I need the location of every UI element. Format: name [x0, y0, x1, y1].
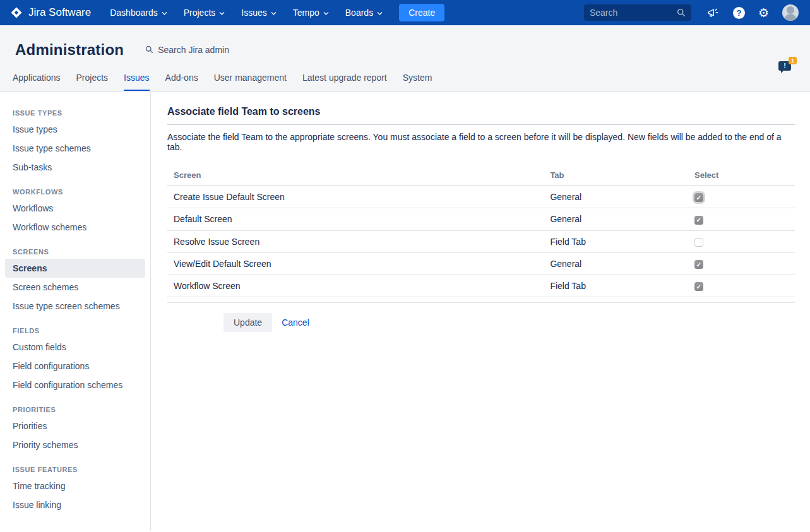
announcement-megaphone-icon[interactable] — [706, 6, 720, 19]
tab-add-ons[interactable]: Add-ons — [165, 66, 198, 91]
search-icon — [145, 45, 153, 54]
page-title: Administration — [15, 41, 124, 59]
tab-latest-upgrade-report[interactable]: Latest upgrade report — [302, 66, 387, 91]
select-checkbox[interactable] — [694, 238, 703, 247]
search-icon — [677, 8, 686, 17]
chevron-down-icon — [162, 11, 167, 16]
select-cell — [688, 186, 795, 208]
sidebar-item-screen-schemes[interactable]: Screen schemes — [0, 278, 150, 297]
chevron-down-icon — [271, 11, 277, 16]
sidebar-item-workflows[interactable]: Workflows — [0, 199, 150, 218]
sidebar-item-workflow-schemes[interactable]: Workflow schemes — [0, 218, 150, 237]
admin-tab-bar: ApplicationsProjectsIssuesAdd-onsUser ma… — [0, 66, 810, 91]
sidebar-section-header: SCREENS — [13, 248, 138, 256]
user-avatar[interactable] — [782, 4, 799, 21]
notification-bubble-tail — [781, 70, 784, 73]
cancel-link[interactable]: Cancel — [282, 317, 309, 328]
jira-diamond-icon — [10, 6, 23, 19]
nav-search-input[interactable]: Search — [584, 4, 691, 21]
nav-icon-group: ? ⚙ — [706, 4, 799, 21]
nav-item-label: Issues — [241, 8, 266, 18]
screen-name-cell: Resolve Issue Screen — [167, 230, 544, 252]
section-description: Associate the field Team to the appropri… — [167, 132, 795, 152]
tab-name-cell: General — [544, 208, 688, 230]
nav-item-projects[interactable]: Projects — [184, 8, 225, 18]
jira-logo[interactable]: Jira Software — [10, 6, 91, 19]
tab-name-cell: Field Tab — [544, 230, 688, 252]
create-button[interactable]: Create — [399, 4, 444, 21]
update-button[interactable]: Update — [223, 313, 272, 332]
sidebar-section-header: ISSUE TYPES — [13, 109, 138, 117]
screens-table-head: ScreenTabSelect — [167, 167, 795, 186]
sidebar-item-issue-types[interactable]: Issue types — [0, 120, 150, 139]
table-row: Default ScreenGeneral — [167, 208, 795, 230]
sidebar-item-priorities[interactable]: Priorities — [0, 417, 150, 435]
table-row: View/Edit Default ScreenGeneral — [167, 252, 795, 275]
column-header-screen: Screen — [167, 167, 544, 186]
form-actions: Update Cancel — [167, 313, 795, 332]
sidebar-item-priority-schemes[interactable]: Priority schemes — [0, 435, 150, 454]
sidebar-item-field-configuration-schemes[interactable]: Field configuration schemes — [0, 375, 150, 394]
admin-search-label: Search Jira admin — [158, 45, 229, 55]
tab-name-cell: Field Tab — [544, 275, 688, 297]
screen-name-cell: Create Issue Default Screen — [167, 186, 544, 208]
tab-system[interactable]: System — [403, 66, 432, 91]
sidebar-item-issue-linking[interactable]: Issue linking — [0, 495, 150, 514]
sidebar-section-header: FIELDS — [13, 327, 138, 334]
tab-name-cell: General — [544, 186, 688, 208]
table-row: Create Issue Default ScreenGeneral — [167, 186, 795, 208]
column-header-select: Select — [688, 167, 795, 186]
section-title: Associate field Team to screens — [167, 106, 795, 125]
sidebar-section-header: WORKFLOWS — [13, 188, 138, 196]
sidebar-item-issue-type-schemes[interactable]: Issue type schemes — [0, 139, 150, 158]
admin-sidebar: ISSUE TYPESIssue typesIssue type schemes… — [0, 92, 151, 531]
tab-projects[interactable]: Projects — [76, 66, 109, 91]
sidebar-section-header: ISSUE FEATURES — [13, 466, 138, 473]
screen-name-cell: Workflow Screen — [167, 275, 544, 297]
nav-search-placeholder: Search — [590, 8, 617, 18]
notification-badge: 1 — [789, 57, 797, 64]
select-checkbox[interactable] — [694, 282, 703, 291]
nav-item-label: Projects — [184, 8, 216, 18]
page-body: ISSUE TYPESIssue typesIssue type schemes… — [0, 92, 810, 531]
admin-search[interactable]: Search Jira admin — [145, 45, 229, 55]
chevron-down-icon — [219, 11, 225, 16]
select-checkbox[interactable] — [694, 216, 703, 225]
select-checkbox[interactable] — [694, 193, 703, 202]
gear-icon[interactable]: ⚙ — [758, 7, 769, 19]
admin-header-top: Administration Search Jira admin — [0, 25, 810, 66]
tab-name-cell: General — [544, 252, 688, 275]
table-row: Workflow ScreenField Tab — [167, 275, 795, 297]
nav-item-boards[interactable]: Boards — [345, 8, 383, 18]
screens-table: ScreenTabSelect Create Issue Default Scr… — [167, 167, 795, 297]
nav-item-label: Boards — [345, 8, 373, 18]
sidebar-section-header: PRIORITIES — [13, 406, 138, 413]
sidebar-item-custom-fields[interactable]: Custom fields — [0, 338, 150, 357]
admin-header: Administration Search Jira admin ! 1 App… — [0, 25, 810, 92]
help-icon[interactable]: ? — [733, 7, 745, 19]
tab-issues[interactable]: Issues — [124, 66, 149, 91]
select-cell — [688, 252, 795, 275]
nav-menu: DashboardsProjectsIssuesTempoBoards — [110, 8, 399, 18]
column-header-tab: Tab — [544, 167, 688, 186]
nav-item-label: Dashboards — [110, 8, 158, 18]
select-cell — [688, 208, 795, 230]
nav-item-tempo[interactable]: Tempo — [293, 8, 329, 18]
tab-user-management[interactable]: User management — [214, 66, 287, 91]
sidebar-item-issue-type-screen-schemes[interactable]: Issue type screen schemes — [0, 297, 150, 316]
sidebar-item-field-configurations[interactable]: Field configurations — [0, 357, 150, 375]
notification-icon[interactable]: ! 1 — [778, 61, 794, 74]
sidebar-item-screens[interactable]: Screens — [5, 259, 145, 278]
screen-name-cell: Default Screen — [167, 208, 544, 230]
nav-item-dashboards[interactable]: Dashboards — [110, 8, 167, 18]
sidebar-item-sub-tasks[interactable]: Sub-tasks — [0, 158, 150, 177]
select-checkbox[interactable] — [694, 260, 703, 269]
sidebar-item-time-tracking[interactable]: Time tracking — [0, 476, 150, 495]
chevron-down-icon — [377, 11, 383, 16]
chevron-down-icon — [323, 11, 329, 16]
nav-item-issues[interactable]: Issues — [241, 8, 276, 18]
nav-item-label: Tempo — [293, 8, 319, 18]
tab-applications[interactable]: Applications — [13, 66, 61, 91]
table-bottom-rule — [167, 302, 795, 303]
table-row: Resolve Issue ScreenField Tab — [167, 230, 795, 252]
